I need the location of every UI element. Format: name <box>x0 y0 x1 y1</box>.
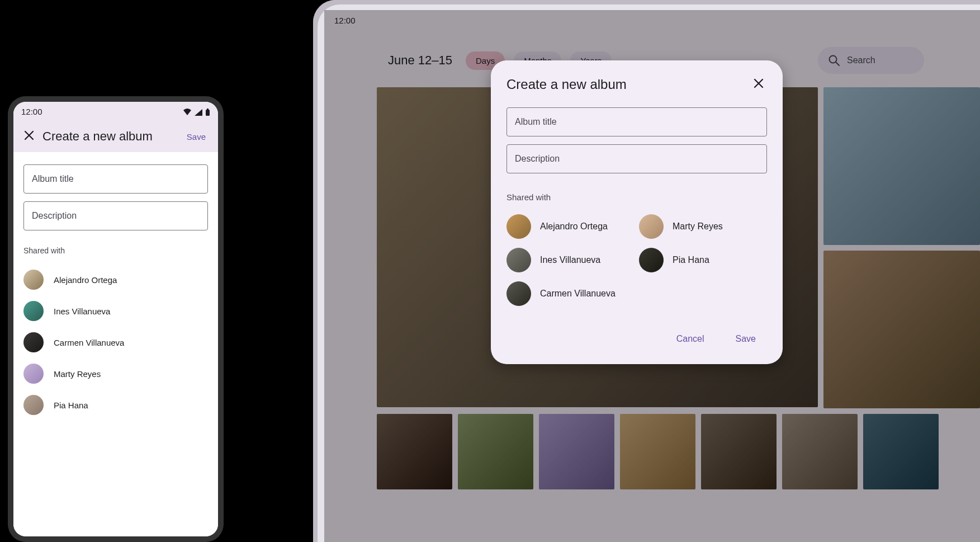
close-button[interactable] <box>20 126 38 147</box>
contact-name: Marty Reyes <box>54 369 101 379</box>
status-icons <box>183 106 210 116</box>
contact-row[interactable]: Pia Hana <box>23 389 208 421</box>
shared-with-label: Shared with <box>23 246 208 255</box>
avatar <box>23 364 44 384</box>
phone-clock: 12:00 <box>21 107 42 116</box>
dialog-actions: Cancel Save <box>506 328 767 350</box>
avatar <box>23 332 44 352</box>
avatar <box>23 395 44 415</box>
contact-name: Pia Hana <box>673 255 709 265</box>
close-icon <box>23 130 35 141</box>
contact-row[interactable]: Ines Villanueva <box>506 246 635 275</box>
dialog-contacts-grid: Alejandro OrtegaMarty ReyesInes Villanue… <box>506 212 767 308</box>
svg-rect-0 <box>206 110 210 116</box>
dialog-shared-with-label: Shared with <box>506 192 767 202</box>
contact-name: Alejandro Ortega <box>54 275 117 285</box>
phone-device-frame: 12:00 Create a new album Save Shared wit… <box>8 96 224 542</box>
contact-row[interactable]: Carmen Villanueva <box>23 327 208 358</box>
phone-statusbar: 12:00 <box>13 102 218 121</box>
contact-name: Alejandro Ortega <box>540 221 608 232</box>
contact-name: Pia Hana <box>54 400 88 410</box>
dialog-close-button[interactable] <box>750 75 767 94</box>
album-title-input[interactable] <box>23 164 208 194</box>
dialog-save-button[interactable]: Save <box>728 328 764 350</box>
save-button[interactable]: Save <box>181 128 211 146</box>
signal-icon <box>194 109 203 116</box>
avatar <box>506 214 531 239</box>
contact-name: Carmen Villanueva <box>54 338 124 347</box>
contact-name: Carmen Villanueva <box>540 289 616 299</box>
avatar <box>506 281 531 306</box>
dialog-header: Create a new album <box>506 75 767 94</box>
avatar <box>506 248 531 272</box>
avatar <box>23 270 44 290</box>
contact-row[interactable]: Ines Villanueva <box>23 295 208 327</box>
dialog-album-title-input[interactable] <box>506 107 767 136</box>
avatar <box>23 301 44 321</box>
battery-icon <box>205 109 210 116</box>
wifi-icon <box>183 109 192 116</box>
contact-row[interactable]: Pia Hana <box>639 246 767 275</box>
contact-row[interactable]: Marty Reyes <box>23 358 208 389</box>
close-icon <box>752 77 765 89</box>
phone-app-bar: Create a new album Save <box>13 121 218 152</box>
phone-content: Shared with Alejandro OrtegaInes Villanu… <box>13 152 218 536</box>
contact-name: Ines Villanueva <box>540 255 600 265</box>
avatar <box>639 214 664 239</box>
contact-row[interactable]: Alejandro Ortega <box>506 212 635 241</box>
contact-row[interactable]: Marty Reyes <box>639 212 767 241</box>
create-album-dialog: Create a new album Shared with Alejandro… <box>491 60 783 364</box>
avatar <box>639 248 664 272</box>
phone-screen: 12:00 Create a new album Save Shared wit… <box>13 102 218 536</box>
contact-name: Marty Reyes <box>673 221 723 232</box>
phone-app-bar-title: Create a new album <box>42 129 181 144</box>
phone-contacts-list: Alejandro OrtegaInes VillanuevaCarmen Vi… <box>23 264 208 421</box>
contact-row[interactable]: Alejandro Ortega <box>23 264 208 295</box>
description-input[interactable] <box>23 201 208 230</box>
cancel-button[interactable]: Cancel <box>669 328 712 350</box>
dialog-title: Create a new album <box>506 77 750 92</box>
contact-row[interactable]: Carmen Villanueva <box>506 279 635 308</box>
svg-rect-1 <box>207 109 209 110</box>
tablet-screen: 12:00 June 12–15 Days Months Years Searc… <box>324 10 980 542</box>
tablet-device-frame: 12:00 June 12–15 Days Months Years Searc… <box>313 0 980 542</box>
contact-name: Ines Villanueva <box>54 307 110 316</box>
dialog-description-input[interactable] <box>506 144 767 173</box>
